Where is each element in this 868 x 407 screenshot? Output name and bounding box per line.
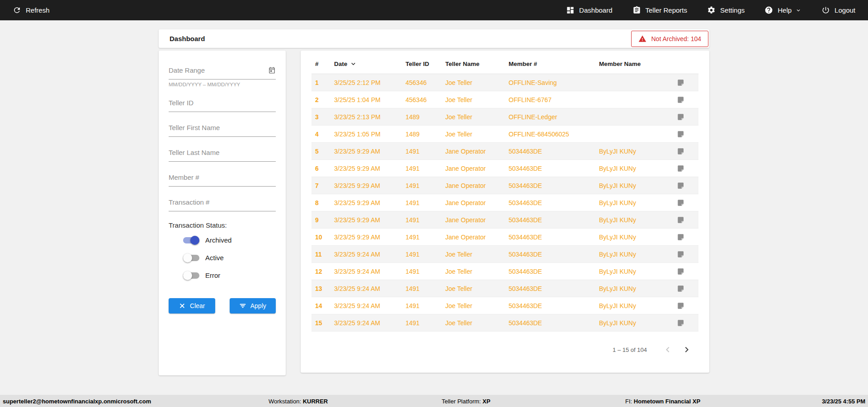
note-icon[interactable]: [677, 233, 685, 241]
row-member-number: OFFLINE-Saving: [505, 74, 595, 91]
apply-button[interactable]: Apply: [230, 298, 276, 313]
table-row[interactable]: 5 3/23/25 9:29 AM 1491 Jane Operator 503…: [311, 143, 698, 160]
table-row[interactable]: 12 3/23/25 9:24 AM 1491 Joe Teller 50344…: [311, 263, 698, 280]
table-row[interactable]: 8 3/23/25 9:29 AM 1491 Jane Operator 503…: [311, 194, 698, 211]
nav-settings[interactable]: Settings: [707, 6, 745, 14]
row-number: 15: [311, 314, 330, 332]
col-header-date[interactable]: Date: [330, 53, 402, 74]
row-teller-name: Joe Teller: [442, 246, 505, 263]
row-teller-id: 1491: [402, 297, 442, 314]
note-icon[interactable]: [677, 302, 685, 310]
row-teller-id: 1491: [402, 280, 442, 297]
row-number: 7: [311, 177, 330, 194]
row-member-name: ByLyJI KUNy: [595, 177, 673, 194]
page-title: Dashboard: [170, 35, 205, 42]
note-icon[interactable]: [677, 182, 685, 190]
row-note-cell: [673, 108, 698, 126]
row-teller-name: Joe Teller: [442, 74, 505, 91]
nav-help[interactable]: Help: [764, 6, 802, 14]
note-icon[interactable]: [677, 164, 685, 173]
note-icon[interactable]: [677, 147, 685, 155]
row-note-cell: [673, 263, 698, 280]
table-row[interactable]: 10 3/23/25 9:29 AM 1491 Jane Operator 50…: [311, 229, 698, 246]
row-date: 3/25/25 1:04 PM: [330, 91, 402, 108]
table-body: 1 3/25/25 2:12 PM 456346 Joe Teller OFFL…: [311, 74, 698, 332]
transaction-number-input[interactable]: [169, 194, 276, 211]
archived-switch[interactable]: [183, 237, 199, 243]
row-teller-id: 1489: [402, 126, 442, 143]
row-number: 8: [311, 194, 330, 211]
refresh-label: Refresh: [26, 6, 50, 14]
note-icon[interactable]: [677, 79, 685, 87]
current-datetime: 3/23/25 4:55 PM: [822, 398, 865, 404]
row-teller-name: Jane Operator: [442, 143, 505, 160]
nav-settings-label: Settings: [720, 6, 745, 14]
table-row[interactable]: 3 3/23/25 2:13 PM 1489 Joe Teller OFFLIN…: [311, 108, 698, 126]
row-note-cell: [673, 314, 698, 332]
teller-first-name-input[interactable]: [169, 120, 276, 137]
row-member-number: OFFLINE-Ledger: [505, 108, 595, 126]
row-teller-id: 1491: [402, 263, 442, 280]
table-header-row: # Date Teller ID Teller Name Member # Me…: [311, 53, 698, 74]
row-date: 3/23/25 1:05 PM: [330, 126, 402, 143]
table-row[interactable]: 7 3/23/25 9:29 AM 1491 Jane Operator 503…: [311, 177, 698, 194]
active-switch[interactable]: [183, 255, 199, 261]
date-range-input[interactable]: [169, 62, 276, 80]
teller-last-name-input[interactable]: [169, 145, 276, 162]
row-number: 14: [311, 297, 330, 314]
note-icon[interactable]: [677, 319, 685, 327]
platform-value: XP: [482, 398, 490, 404]
row-member-name: [595, 126, 673, 143]
note-icon[interactable]: [677, 250, 685, 258]
table-row[interactable]: 1 3/25/25 2:12 PM 456346 Joe Teller OFFL…: [311, 74, 698, 91]
row-member-number: 5034463DE: [505, 211, 595, 229]
row-note-cell: [673, 91, 698, 108]
nav-teller-reports[interactable]: Teller Reports: [632, 6, 688, 14]
row-date: 3/23/25 9:29 AM: [330, 177, 402, 194]
refresh-button[interactable]: Refresh: [13, 6, 50, 14]
clear-button[interactable]: Clear: [169, 298, 215, 313]
prev-page-button[interactable]: [662, 344, 673, 355]
note-icon[interactable]: [677, 285, 685, 293]
note-icon[interactable]: [677, 216, 685, 224]
teller-id-input[interactable]: [169, 95, 276, 112]
error-switch[interactable]: [183, 272, 199, 279]
platform-label: Teller Platform:: [442, 398, 481, 404]
pagination-range: 1 – 15 of 104: [613, 346, 647, 353]
note-icon[interactable]: [677, 130, 685, 138]
pagination: 1 – 15 of 104: [311, 344, 698, 355]
row-teller-name: Joe Teller: [442, 297, 505, 314]
row-number: 5: [311, 143, 330, 160]
note-icon[interactable]: [677, 113, 685, 121]
calendar-icon[interactable]: [268, 66, 276, 74]
sort-desc-icon: [349, 60, 357, 68]
note-icon[interactable]: [677, 267, 685, 276]
table-row[interactable]: 15 3/23/25 9:24 AM 1491 Joe Teller 50344…: [311, 314, 698, 332]
toggle-archived[interactable]: Archived: [183, 236, 276, 244]
row-number: 13: [311, 280, 330, 297]
row-date: 3/23/25 2:13 PM: [330, 108, 402, 126]
toggle-active[interactable]: Active: [183, 254, 276, 262]
toggle-error[interactable]: Error: [183, 271, 276, 279]
nav-dashboard[interactable]: Dashboard: [566, 6, 612, 14]
table-row[interactable]: 6 3/23/25 9:29 AM 1491 Jane Operator 503…: [311, 160, 698, 177]
note-icon[interactable]: [677, 96, 685, 104]
member-number-input[interactable]: [169, 169, 276, 187]
row-note-cell: [673, 280, 698, 297]
teller-reports-icon: [632, 6, 641, 14]
table-row[interactable]: 9 3/23/25 9:29 AM 1491 Jane Operator 503…: [311, 211, 698, 229]
nav-logout[interactable]: Logout: [821, 6, 855, 14]
row-teller-id: 1491: [402, 160, 442, 177]
table-row[interactable]: 4 3/23/25 1:05 PM 1489 Joe Teller OFFLIN…: [311, 126, 698, 143]
dashboard-icon: [566, 6, 575, 14]
row-teller-name: Joe Teller: [442, 280, 505, 297]
fi-value: Hometown Financial XP: [634, 398, 700, 404]
table-row[interactable]: 11 3/23/25 9:24 AM 1491 Joe Teller 50344…: [311, 246, 698, 263]
table-row[interactable]: 2 3/25/25 1:04 PM 456346 Joe Teller OFFL…: [311, 91, 698, 108]
row-note-cell: [673, 194, 698, 211]
note-icon[interactable]: [677, 199, 685, 207]
table-row[interactable]: 14 3/23/25 9:24 AM 1491 Joe Teller 50344…: [311, 297, 698, 314]
filter-panel: MM/DD/YYYY – MM/DD/YYYY Transaction Stat…: [159, 51, 286, 375]
next-page-button[interactable]: [681, 344, 692, 355]
table-row[interactable]: 13 3/23/25 9:24 AM 1491 Joe Teller 50344…: [311, 280, 698, 297]
